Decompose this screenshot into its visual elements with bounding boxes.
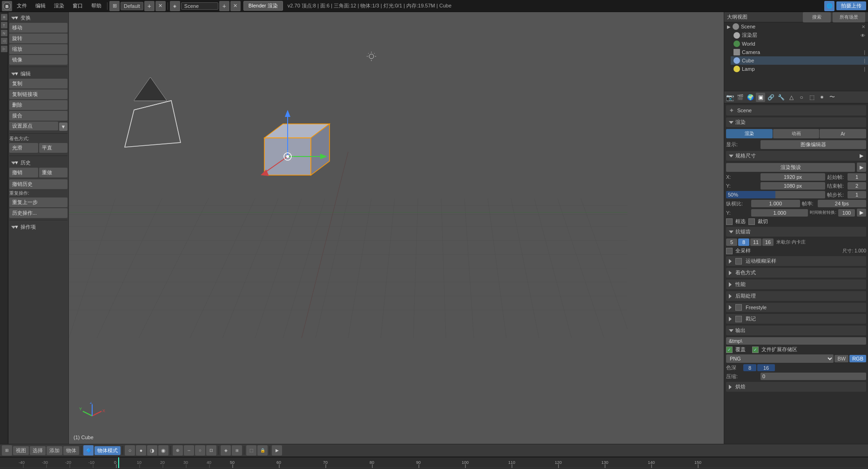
outliner-lamp[interactable]: Lamp | (731, 65, 868, 73)
props-tab-scene[interactable]: 🎬 (735, 93, 745, 102)
camera-restrict[interactable]: | (864, 50, 865, 55)
display-value[interactable]: 图像编辑器 (760, 140, 866, 149)
menu-file[interactable]: 文件 (13, 1, 31, 10)
layout-remove[interactable]: ✕ (155, 1, 166, 11)
aa-11[interactable]: 11 (750, 238, 761, 246)
layout-dropdown[interactable]: Default (121, 2, 143, 10)
layout-icon[interactable]: ⊞ (109, 1, 120, 11)
object-menu[interactable]: 物体 (63, 446, 79, 455)
side-icon-4[interactable]: ◁ (1, 38, 7, 44)
aa-5[interactable]: 5 (726, 238, 737, 246)
outliner-renderlayer[interactable]: 渲染层 👁 (731, 31, 868, 40)
crop-checkbox[interactable] (748, 218, 755, 225)
props-tab-material[interactable]: ○ (797, 93, 806, 102)
border-checkbox[interactable] (726, 218, 733, 225)
copy-btn[interactable]: 复制 (9, 79, 67, 88)
shading-rendered[interactable]: ◉ (158, 445, 168, 455)
render-preset-btn[interactable]: 渲染预设 (726, 163, 855, 172)
engine-selector[interactable]: Blender 渲染 (243, 1, 283, 11)
render-tab-ar[interactable]: Ar (820, 129, 866, 138)
rotate-btn[interactable]: 旋转 (9, 34, 67, 43)
menu-edit[interactable]: 编辑 (32, 1, 49, 10)
time-remap-arrow[interactable]: ▶ (857, 209, 866, 217)
outliner-all-scenes[interactable]: 所有场景 (833, 12, 865, 22)
renderlayer-eye[interactable]: 👁 (861, 33, 865, 38)
aspect-x[interactable]: 1.000 (751, 200, 800, 207)
res-x-value[interactable]: 1920 px (760, 173, 825, 181)
scene-add[interactable]: + (219, 1, 229, 11)
render-tab-render[interactable]: 渲染 (726, 129, 773, 138)
scale-btn[interactable]: 缩放 (9, 44, 67, 54)
layout-add[interactable]: + (144, 1, 155, 11)
frame-end-value[interactable]: 2 (848, 182, 866, 190)
join-btn[interactable]: 接合 (9, 111, 67, 121)
props-tab-data[interactable]: △ (787, 93, 796, 102)
output-path[interactable] (726, 337, 866, 345)
delete-btn[interactable]: 删除 (9, 100, 67, 110)
props-tab-modifier[interactable]: 🔧 (776, 93, 786, 102)
frame-start-value[interactable]: 1 (848, 173, 866, 181)
props-tab-object[interactable]: ▣ (756, 93, 765, 102)
side-icon-2[interactable]: T (1, 22, 7, 28)
view-type-icon[interactable]: ⊞ (2, 445, 12, 455)
props-tab-constraint[interactable]: 🔗 (766, 93, 775, 102)
outliner-cube[interactable]: Cube | (731, 56, 868, 65)
origin-arrow[interactable]: ▼ (59, 122, 67, 131)
proportional-edit[interactable]: ○ (195, 445, 205, 455)
add-menu[interactable]: 添加 (47, 446, 62, 455)
view-menu[interactable]: 视图 (13, 446, 29, 455)
outliner-camera[interactable]: Camera | (731, 48, 868, 56)
time-remap-value[interactable]: 100 (838, 209, 855, 217)
redo-btn[interactable]: 重做 (39, 168, 68, 177)
props-tab-world[interactable]: 🌍 (746, 93, 755, 102)
rgb-btn[interactable]: RGB (849, 355, 866, 362)
motion-checkbox[interactable] (735, 258, 742, 265)
side-icon-1[interactable]: ⊕ (1, 14, 7, 20)
render-region[interactable]: ⬚ (246, 445, 256, 455)
side-icon-3[interactable]: N (1, 30, 7, 36)
origin-btn[interactable]: 设置原点 (9, 122, 58, 130)
pct-slider[interactable]: 50% (726, 191, 825, 198)
outliner-scene[interactable]: ▶ Scene ✕ (724, 22, 868, 31)
menu-help[interactable]: 帮助 (87, 1, 105, 10)
online-icon[interactable]: 🌐 (824, 1, 834, 11)
scene-input[interactable] (181, 2, 218, 10)
cube-object[interactable] (241, 105, 334, 199)
aa-16[interactable]: 16 (762, 238, 774, 246)
object-mode-icon[interactable]: 🔷 (83, 445, 94, 455)
color-depth-value[interactable] (743, 364, 756, 371)
scene-remove[interactable]: ✕ (230, 1, 241, 11)
game-icon[interactable]: ▶ (272, 445, 282, 455)
move-btn[interactable]: 移动 (9, 23, 67, 33)
render-preset-arrow[interactable]: ▶ (857, 163, 866, 172)
shading-texture[interactable]: ◑ (147, 445, 157, 455)
flat-btn[interactable]: 平直 (39, 143, 68, 153)
res-y-value[interactable]: 1080 px (760, 182, 825, 190)
menu-window[interactable]: 窗口 (69, 1, 87, 10)
outliner-world[interactable]: World (731, 40, 868, 48)
upload-btn[interactable]: 拍摄上传 (836, 1, 866, 10)
shading-solid[interactable]: ● (136, 445, 146, 455)
frame-step-value[interactable]: 1 (848, 191, 866, 198)
render-tab-anim[interactable]: 动画 (773, 129, 820, 138)
aspect-y[interactable]: 1.000 (751, 209, 808, 217)
undo-history-btn[interactable]: 撤销历史 (9, 179, 67, 189)
viewport[interactable]: 用户视图 (透视) (69, 12, 724, 444)
full-sample-checkbox[interactable] (726, 248, 733, 254)
size-preset-arrow[interactable]: ▶ (860, 153, 863, 159)
stamp-checkbox[interactable] (735, 316, 742, 322)
side-icon-5[interactable]: ▷ (1, 46, 7, 52)
color-depth-max[interactable] (757, 364, 775, 371)
global-local[interactable]: ◈ (221, 445, 231, 455)
repeat-btn[interactable]: 重复上一步 (9, 197, 67, 207)
shading-wireframe[interactable]: ○ (125, 445, 135, 455)
fps-value[interactable]: 24 fps (818, 200, 867, 207)
props-tab-render[interactable]: 📷 (725, 93, 734, 102)
save-buf-checkbox[interactable]: ✓ (726, 347, 733, 353)
pivot-center[interactable]: ⊕ (173, 445, 183, 455)
props-tab-texture[interactable]: ⬚ (807, 93, 816, 102)
mode-btn[interactable]: 物体模式 (94, 446, 121, 455)
file-ext-checkbox[interactable]: ✓ (752, 347, 759, 353)
copy-link-btn[interactable]: 复制链接项 (9, 89, 67, 99)
props-tab-physics[interactable]: 〜 (828, 93, 837, 102)
